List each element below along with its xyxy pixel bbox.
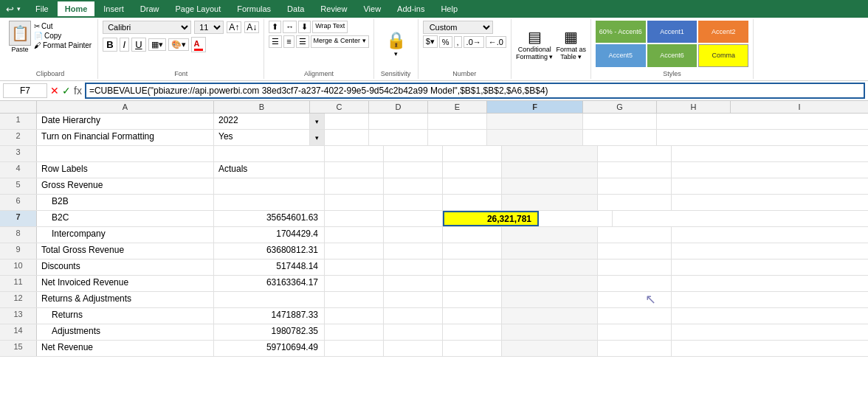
cut-button[interactable]: ✂✂ CutCut [34,22,92,30]
ribbon-tab-help[interactable]: Help [433,1,465,16]
cell-a4[interactable]: Row Labels [37,162,214,178]
dropdown-b2[interactable]: ▾ [310,130,325,145]
cell-a2[interactable]: Turn on Financial Formatting [37,130,214,145]
cell-f2[interactable] [487,130,583,145]
cell-a10[interactable]: Discounts [37,260,214,275]
font-size-select[interactable]: 11 [194,21,224,34]
conditional-formatting-button[interactable]: ▤ Conditional Formatting ▾ [516,28,554,60]
cell-a9[interactable]: Total Gross Revenue [37,243,214,259]
col-header-c[interactable]: C [310,101,369,113]
cell-b8[interactable]: 1704429.4 [214,227,325,243]
style-accent5-button[interactable]: Accent5 [596,44,646,68]
cell-a1[interactable]: Date Hierarchy [37,114,214,129]
merge-center-button[interactable]: Merge & Center ▾ [311,35,369,48]
dropdown-b1[interactable]: ▾ [310,114,325,129]
cell-b4[interactable]: Actuals [214,162,325,178]
ribbon-tab-file[interactable]: File [28,1,56,16]
cell-a13[interactable]: Returns [37,308,214,324]
col-header-d[interactable]: D [369,101,428,113]
cell-c1[interactable] [325,114,369,129]
ribbon-tab-data[interactable]: Data [280,1,311,16]
sensitivity-dropdown[interactable]: ▾ [394,50,398,58]
cell-h1[interactable] [657,114,868,129]
cell-a14[interactable]: Adjustments [37,324,214,340]
style-accent1-button[interactable]: Accent1 [647,21,698,43]
increase-font-button[interactable]: A↑ [227,21,241,33]
cell-g1[interactable] [583,114,657,129]
ribbon-tab-draw[interactable]: Draw [133,1,167,16]
cell-c2[interactable] [325,130,369,145]
undo-dropdown[interactable]: ▾ [17,5,21,13]
col-header-e[interactable]: E [428,101,487,113]
ribbon-tab-addins[interactable]: Add-ins [390,1,432,16]
col-header-a[interactable]: A [37,101,214,113]
decrease-font-button[interactable]: A↓ [244,21,259,33]
border-button[interactable]: ▦▾ [148,38,166,51]
underline-button[interactable]: U [131,38,145,52]
col-header-f[interactable]: F [487,101,583,113]
cell-d2[interactable] [369,130,428,145]
style-60-accent6-button[interactable]: 60% - Accent6 [596,21,646,43]
ribbon-tab-review[interactable]: Review [313,1,354,16]
align-top-button[interactable]: ⬆ [269,21,281,33]
ribbon-tab-home[interactable]: Home [58,1,95,16]
format-painter-button[interactable]: 🖌Format Painter [34,41,92,49]
copy-button[interactable]: 📄Copy [34,32,92,40]
formula-insert-function-icon[interactable]: fx [74,85,82,97]
format-as-table-button[interactable]: ▦ Format as Table ▾ [556,28,586,60]
align-middle-button[interactable]: ↔ [283,21,297,33]
number-format-select[interactable]: Custom [423,21,493,34]
col-header-b[interactable]: B [214,101,310,113]
cell-d1[interactable] [369,114,428,129]
cell-a11[interactable]: Net Invoiced Revenue [37,276,214,291]
cell-a6[interactable]: B2B [37,195,214,210]
align-right-button[interactable]: ☰ [296,35,309,48]
ribbon-tab-insert[interactable]: Insert [96,1,131,16]
cell-f1[interactable] [487,114,583,129]
formula-confirm-icon[interactable]: ✓ [62,85,71,97]
cell-a8[interactable]: Intercompany [37,227,214,243]
col-header-i[interactable]: I [731,101,868,113]
fill-color-button[interactable]: 🎨▾ [168,38,189,51]
ribbon-tab-pagelayout[interactable]: Page Layout [168,1,228,16]
align-bottom-button[interactable]: ⬇ [298,21,311,33]
cell-reference-box[interactable]: F7 [3,83,47,98]
col-header-g[interactable]: G [583,101,657,113]
font-name-select[interactable]: Calibri [103,21,191,34]
style-accent6-button[interactable]: Accent6 [647,44,698,68]
increase-decimal-button[interactable]: .0→ [464,36,484,48]
align-center-button[interactable]: ≡ [283,35,294,48]
accounting-button[interactable]: $▾ [423,35,438,48]
cell-a12[interactable]: Returns & Adjustments [37,292,214,307]
align-left-button[interactable]: ☰ [269,35,282,48]
ribbon-tab-formulas[interactable]: Formulas [230,1,278,16]
cell-e2[interactable] [428,130,487,145]
cell-g2[interactable] [583,130,657,145]
font-color-button[interactable]: A [191,37,206,52]
ribbon-tab-view[interactable]: View [356,1,388,16]
bold-button[interactable]: B [103,38,117,52]
wrap-text-button[interactable]: Wrap Text [312,21,348,33]
style-comma-button[interactable]: Comma [698,44,748,68]
paste-button[interactable]: 📋 Paste [9,21,31,53]
cell-b13[interactable]: 1471887.33 [214,308,325,324]
cell-b10[interactable]: 517448.14 [214,260,325,275]
cell-a15[interactable]: Net Revenue [37,341,214,356]
cell-b7[interactable]: 35654601.63 [214,211,325,226]
cell-b2[interactable]: Yes [214,130,310,145]
col-header-h[interactable]: H [657,101,731,113]
decrease-decimal-button[interactable]: ←.0 [486,36,506,48]
percent-button[interactable]: % [439,36,452,48]
cell-b1[interactable]: 2022 [214,114,310,129]
cell-b15[interactable]: 59710694.49 [214,341,325,356]
cell-h2[interactable] [657,130,868,145]
cell-e1[interactable] [428,114,487,129]
undo-icon[interactable]: ↩ [6,4,14,15]
style-accent2-button[interactable]: Accent2 [698,21,748,43]
cell-b11[interactable]: 63163364.17 [214,276,325,291]
cell-a7[interactable]: B2C [37,211,214,226]
cell-b9[interactable]: 63680812.31 [214,243,325,259]
comma-style-button[interactable]: , [454,36,462,48]
formula-check-icon[interactable]: ✕ [50,85,59,97]
cell-b14[interactable]: 1980782.35 [214,324,325,340]
